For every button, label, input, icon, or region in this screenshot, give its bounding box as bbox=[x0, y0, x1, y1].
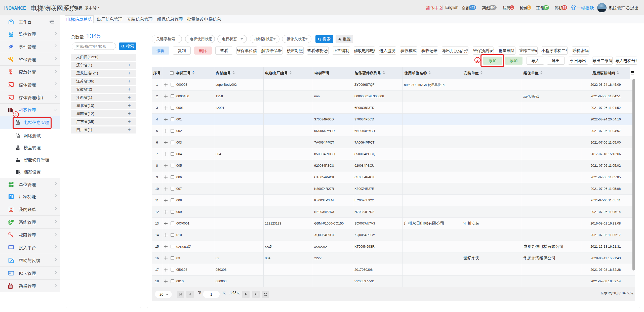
svg-text:SOS: SOS bbox=[9, 70, 12, 71]
